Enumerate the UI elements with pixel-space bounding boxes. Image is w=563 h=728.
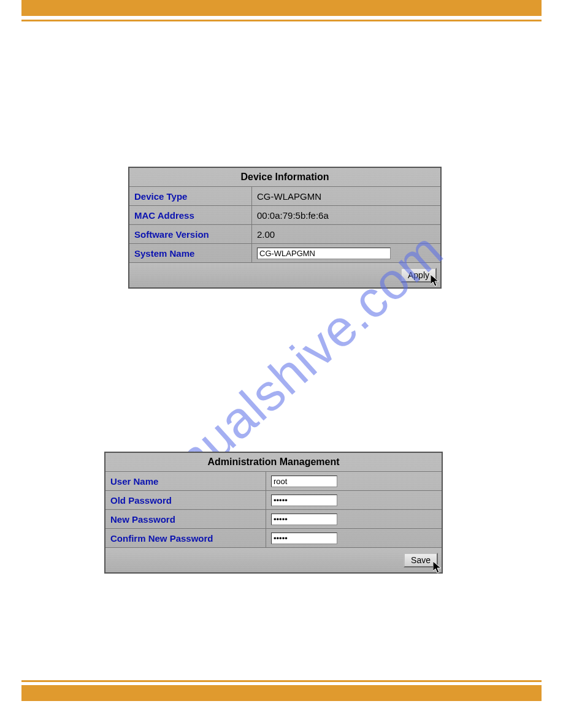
bottom-divider-line bbox=[21, 680, 542, 682]
system-name-row: System Name bbox=[129, 244, 440, 263]
bottom-orange-bar bbox=[21, 685, 542, 701]
top-orange-bar bbox=[21, 0, 542, 16]
administration-management-panel: Administration Management User Name Old … bbox=[104, 452, 443, 574]
device-information-title: Device Information bbox=[129, 168, 440, 187]
device-info-button-row: Apply bbox=[129, 263, 440, 287]
device-type-label: Device Type bbox=[129, 187, 252, 205]
mac-address-value: 00:0a:79:5b:fe:6a bbox=[252, 206, 440, 224]
mac-address-label: MAC Address bbox=[129, 206, 252, 224]
system-name-input[interactable] bbox=[257, 248, 391, 259]
new-password-input[interactable] bbox=[271, 514, 337, 525]
software-version-value: 2.00 bbox=[252, 225, 440, 243]
confirm-new-password-input[interactable] bbox=[271, 533, 337, 544]
old-password-label: Old Password bbox=[105, 491, 266, 509]
old-password-input[interactable] bbox=[271, 495, 337, 506]
save-button[interactable]: Save bbox=[404, 553, 438, 567]
confirm-new-password-label: Confirm New Password bbox=[105, 529, 266, 547]
software-version-label: Software Version bbox=[129, 225, 252, 243]
confirm-new-password-row: Confirm New Password bbox=[105, 529, 442, 548]
system-name-label: System Name bbox=[129, 244, 252, 262]
old-password-row: Old Password bbox=[105, 491, 442, 510]
device-type-row: Device Type CG-WLAPGMN bbox=[129, 187, 440, 206]
admin-button-row: Save bbox=[105, 548, 442, 572]
user-name-label: User Name bbox=[105, 472, 266, 490]
user-name-row: User Name bbox=[105, 472, 442, 491]
new-password-row: New Password bbox=[105, 510, 442, 529]
new-password-label: New Password bbox=[105, 510, 266, 528]
mac-address-row: MAC Address 00:0a:79:5b:fe:6a bbox=[129, 206, 440, 225]
software-version-row: Software Version 2.00 bbox=[129, 225, 440, 244]
apply-button[interactable]: Apply bbox=[400, 268, 437, 282]
top-divider-line bbox=[21, 20, 542, 21]
user-name-input[interactable] bbox=[271, 476, 337, 487]
device-type-value: CG-WLAPGMN bbox=[252, 187, 440, 205]
administration-management-title: Administration Management bbox=[105, 453, 442, 472]
device-information-panel: Device Information Device Type CG-WLAPGM… bbox=[128, 167, 442, 289]
